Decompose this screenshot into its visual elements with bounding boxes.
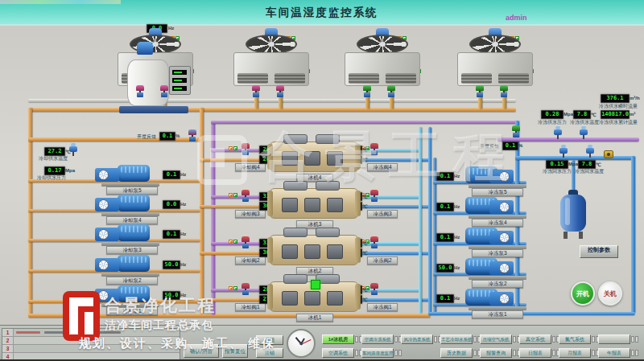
water-tank-unit[interactable] xyxy=(118,42,192,116)
valve-actuator[interactable] xyxy=(160,85,168,97)
pipe xyxy=(497,137,639,142)
nav-button[interactable]: 压缩空气系统 xyxy=(480,334,512,344)
control-cabinet xyxy=(304,291,320,306)
pump[interactable] xyxy=(95,223,208,255)
impeller-icon xyxy=(98,229,109,240)
start-button[interactable]: 开机 xyxy=(571,281,595,306)
impeller-icon xyxy=(98,170,109,180)
alarm-row-number: 3 xyxy=(2,345,14,352)
pipe xyxy=(631,156,635,314)
nav-button[interactable]: 车间温湿度监控 xyxy=(361,348,394,358)
control-params-button[interactable]: 控制参数 xyxy=(580,245,618,258)
control-cabinet xyxy=(282,198,298,212)
nav-indicator xyxy=(552,336,555,343)
running-indicator xyxy=(311,280,320,289)
valve-actuator[interactable] xyxy=(252,85,260,97)
pump[interactable] xyxy=(95,193,208,225)
nav-button[interactable]: 空调冷冻系统 xyxy=(361,334,394,344)
nav-button[interactable]: 历史数据 xyxy=(440,348,473,358)
nav-indicator xyxy=(513,336,516,343)
valve-actuator[interactable] xyxy=(370,283,378,295)
fan-icon xyxy=(357,35,408,54)
alarm-indicator xyxy=(229,240,233,244)
pump[interactable] xyxy=(95,253,208,285)
pump[interactable] xyxy=(430,256,543,289)
brand-services: 规划、设计、采购、施工、 维保 xyxy=(79,336,275,351)
vent-grille xyxy=(386,73,416,84)
vent-grille xyxy=(498,73,529,84)
nav-button[interactable]: 空调系统 xyxy=(322,348,354,358)
nav-indicator xyxy=(631,336,634,343)
logged-in-user: admin xyxy=(506,14,527,22)
nav-button[interactable]: 日报表 xyxy=(519,348,551,358)
stop-button[interactable]: 关机 xyxy=(598,281,622,306)
compressor xyxy=(316,228,340,237)
unit-label: Mpa xyxy=(65,168,75,173)
pump-base xyxy=(101,273,159,277)
vent-grille xyxy=(237,73,268,84)
fan-icon xyxy=(246,35,297,54)
impeller-icon xyxy=(499,263,510,273)
nav-button[interactable]: 氮气系统 xyxy=(559,334,591,344)
brand-logo xyxy=(63,291,100,341)
impeller-icon xyxy=(499,202,510,212)
center-watermark-text: 合景工程 xyxy=(260,121,518,193)
nav-indicator xyxy=(394,336,398,343)
valve-actuator[interactable] xyxy=(276,85,284,97)
valve-actuator[interactable] xyxy=(242,190,250,202)
valve-actuator[interactable] xyxy=(188,129,196,142)
nav-button[interactable]: 1#冰机房 xyxy=(322,334,354,344)
cooling-tower[interactable] xyxy=(457,28,533,91)
text-label: 冷冻供水压力 xyxy=(538,119,567,126)
pump[interactable] xyxy=(430,226,543,258)
nav-indicator xyxy=(631,350,634,356)
unit-label: m³ xyxy=(630,112,635,117)
pump[interactable] xyxy=(430,287,543,319)
pipe xyxy=(28,99,516,102)
nav-button[interactable]: 工艺冷却水系统 xyxy=(440,334,473,344)
butterfly-valve[interactable] xyxy=(604,150,613,158)
pump[interactable] xyxy=(430,195,543,228)
nav-indicator xyxy=(473,336,477,343)
watermark-logo-bar xyxy=(210,148,225,167)
pump-base xyxy=(469,245,526,249)
valve-actuator[interactable] xyxy=(242,283,250,295)
valve-actuator[interactable] xyxy=(370,236,378,248)
control-cabinet xyxy=(304,244,320,259)
valve-actuator[interactable] xyxy=(500,85,508,97)
value-display: 0.28 xyxy=(541,110,564,119)
nav-indicator xyxy=(355,350,358,356)
nav-button[interactable]: 报警查询 xyxy=(480,348,512,358)
nav-indicator xyxy=(394,350,398,356)
valve-actuator[interactable] xyxy=(136,85,144,97)
vent-grille xyxy=(349,73,379,84)
valve-actuator[interactable] xyxy=(363,85,371,97)
impeller-icon xyxy=(98,199,109,210)
compressor xyxy=(283,274,308,284)
valve-actuator[interactable] xyxy=(387,85,395,97)
nav-button[interactable]: 月报表 xyxy=(559,348,591,358)
nav-button[interactable]: 真空系统 xyxy=(519,334,551,344)
unit-label: m³/h xyxy=(630,96,640,101)
valve-actuator[interactable] xyxy=(476,85,484,97)
transmitter-sensor xyxy=(580,128,588,138)
nav-button[interactable]: 年报表 xyxy=(598,348,630,358)
control-cabinet xyxy=(327,198,343,212)
unit-label: % xyxy=(518,143,522,148)
pump[interactable] xyxy=(95,163,208,195)
text-label: 冷却供水压力 xyxy=(37,174,66,182)
text-label: 冷冻回水温度 xyxy=(575,168,604,175)
nav-button[interactable] xyxy=(598,334,630,344)
nav-indicator xyxy=(355,336,358,343)
text-label: 冷冻供水累计流量 xyxy=(599,119,638,126)
alarm-row-number: 1 xyxy=(2,329,14,336)
cooling-tower[interactable] xyxy=(345,28,420,91)
cooling-tower[interactable] xyxy=(233,28,309,91)
pump-base xyxy=(469,215,526,219)
tank-pump-icon xyxy=(137,42,153,55)
text-label: 开度反馈 xyxy=(137,133,156,141)
compressor xyxy=(283,228,308,237)
transmitter-sensor xyxy=(559,146,568,157)
nav-button[interactable]: 风冷热泵系统 xyxy=(401,334,433,344)
valve-actuator[interactable] xyxy=(242,236,250,248)
